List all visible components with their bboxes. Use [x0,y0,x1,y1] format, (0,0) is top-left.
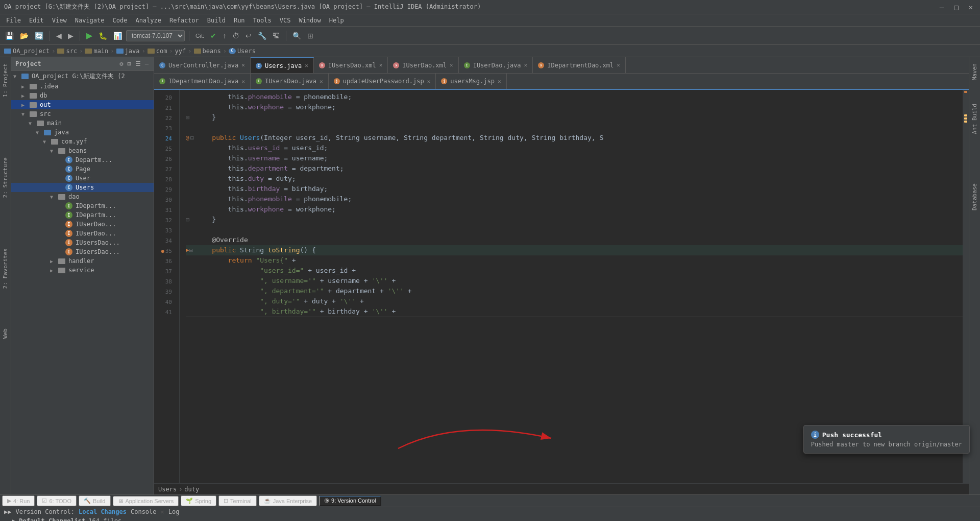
debug-button[interactable]: 🐛 [96,31,109,41]
menu-code[interactable]: Code [109,16,132,25]
menu-view[interactable]: View [48,16,71,25]
expand-icon[interactable]: ▶▶ [4,508,11,515]
undo-button[interactable]: ↩ [243,31,254,41]
tree-department[interactable]: ▶ C Departm... [11,155,154,164]
maven-tab[interactable]: Maven [970,59,979,84]
tab-iuserdao-java[interactable]: I IUserDao.java ✕ [459,57,533,73]
todo-tab[interactable]: ☑ 6: TODO [37,495,77,506]
fold-icon-35[interactable]: ⊟ [189,245,193,255]
breadcrumb-src[interactable]: src [66,48,77,55]
favorites-tab[interactable]: 2: Favorites [1,244,10,293]
tree-dao[interactable]: ▼ dao [11,192,154,201]
tab-iusersdaoxml-close[interactable]: ✕ [379,62,383,68]
tree-users[interactable]: ▶ C Users [11,183,154,192]
run-build-button[interactable]: ▶ [84,30,94,41]
tab-users[interactable]: C Users.java ✕ [251,57,314,73]
tab-iuserdaoxml-close[interactable]: ✕ [450,62,453,68]
maximize-button[interactable]: □ [951,2,961,12]
settings-button[interactable]: 🔧 [256,31,268,41]
tree-service[interactable]: ▶ service [11,266,154,275]
tree-iusersdao1[interactable]: ▶ I IUsersDao... [11,238,154,247]
tab-users-close[interactable]: ✕ [305,62,308,69]
git-button[interactable]: Git: [193,32,206,40]
tree-iuserdao1[interactable]: ▶ I IUserDao... [11,220,154,229]
tree-main[interactable]: ▼ main [11,119,154,128]
tab-iusersdao-xml[interactable]: x IUsersDao.xml ✕ [314,57,388,73]
tree-iuserdao2[interactable]: ▶ I IUserDao... [11,229,154,238]
extra-button[interactable]: ⊞ [305,31,315,41]
menu-tools[interactable]: Tools [249,16,276,25]
breadcrumb-java[interactable]: java [125,48,140,55]
breadcrumb-users[interactable]: Users [237,48,256,55]
breadcrumb-users-class[interactable]: Users [158,486,177,493]
menu-help[interactable]: Help [325,16,348,25]
panel-settings-icon[interactable]: ☰ [134,59,142,68]
menu-navigate[interactable]: Navigate [71,16,109,25]
console-tab[interactable]: Console [131,508,157,515]
tree-java[interactable]: ▼ java [11,128,154,137]
fold-icon-32[interactable]: ⊟ [186,215,196,225]
tree-idepartm2[interactable]: ▶ I IDepartm... [11,210,154,220]
editor-scrollbar[interactable] [963,90,969,483]
tree-idea[interactable]: ▶ .idea [11,82,154,91]
menu-window[interactable]: Window [295,16,325,25]
web-tab[interactable]: Web [1,324,10,343]
app-servers-tab[interactable]: 🖥 Application Servers [113,496,179,506]
structure-tab[interactable]: 2: Structure [1,153,10,202]
search-button[interactable]: 🔍 [290,31,303,41]
breadcrumb-yyf[interactable]: yyf [175,48,186,55]
menu-analyze[interactable]: Analyze [131,16,165,25]
tree-root[interactable]: ▼ OA_project G:\新建文件夹 (2 [11,71,154,82]
version-control-tab[interactable]: ⑨ 9: Version Control [319,496,381,506]
tab-ideptdao-close[interactable]: ✕ [617,62,620,68]
tab-updatepassword[interactable]: j updateUserPassword.jsp ✕ [329,74,436,89]
menu-edit[interactable]: Edit [25,16,48,25]
tree-beans[interactable]: ▼ beans [11,146,154,155]
panel-collapse-icon[interactable]: — [144,59,150,68]
tab-usercontroller-close[interactable]: ✕ [241,62,245,68]
menu-refactor[interactable]: Refactor [165,16,203,25]
tab-iusersdao-java[interactable]: I IUsersDao.java ✕ [251,74,329,89]
tab-iuserdao-xml[interactable]: x IUserDao.xml ✕ [388,57,458,73]
tab-usersmsg-close[interactable]: ✕ [498,78,501,85]
log-tab[interactable]: Log [168,508,180,515]
run-tab[interactable]: ▶ 4: Run [2,495,35,506]
tree-idepartm1[interactable]: ▶ I IDepartm... [11,201,154,210]
profile-button[interactable]: 📊 [111,31,124,41]
tree-handler[interactable]: ▶ handler [11,256,154,266]
breadcrumb-com[interactable]: com [156,48,167,55]
menu-file[interactable]: File [2,16,25,25]
ant-build-tab[interactable]: Ant Build [970,100,979,138]
changelist-expand[interactable]: ▶ [12,517,16,521]
history-button[interactable]: ⏱ [230,31,241,41]
code-content[interactable]: this.phonemobile = phonemobile; this.wor… [180,90,963,483]
breadcrumb-project[interactable]: OA_project [13,48,50,55]
git-push[interactable]: ↑ [220,31,228,41]
tree-page[interactable]: ▶ C Page [11,164,154,174]
minimize-button[interactable]: — [937,2,947,12]
build-tab[interactable]: 🔨 Build [79,495,110,506]
tab-ideptdao-java[interactable]: I IDepartmentDao.java ✕ [154,74,251,89]
open-button[interactable]: 📂 [18,31,31,41]
tab-iuserdao-java-close[interactable]: ✕ [524,62,528,68]
build2-button[interactable]: 🏗 [271,31,282,41]
forward-button[interactable]: ▶ [66,31,76,41]
run-config-dropdown[interactable]: tomcat-7.0.107 [126,30,185,41]
breadcrumb-main[interactable]: main [93,48,108,55]
tab-usercontroller[interactable]: C UserController.java ✕ [154,57,251,73]
tab-idepartmentdao[interactable]: x IDepartmentDao.xml ✕ [533,57,626,73]
tab-updatepwd-close[interactable]: ✕ [427,78,431,85]
breadcrumb-beans[interactable]: beans [203,48,221,55]
java-enterprise-tab[interactable]: ☕ Java Enterprise [259,495,317,506]
git-checkmark[interactable]: ✔ [208,31,218,41]
tab-usersmsg[interactable]: j usersMsg.jsp ✕ [436,74,506,89]
tree-src[interactable]: ▼ src [11,109,154,119]
tree-user[interactable]: ▶ C User [11,174,154,183]
fold-icon-22[interactable]: ⊟ [186,112,196,123]
breadcrumb-duty-field[interactable]: duty [184,486,199,493]
local-changes-tab[interactable]: Local Changes [79,508,127,515]
tab-iusersdao-java-close[interactable]: ✕ [320,78,323,85]
save-button[interactable]: 💾 [3,31,16,41]
terminal-tab[interactable]: ⊡ Terminal [218,495,257,506]
panel-layout-icon[interactable]: ⊞ [127,59,132,68]
